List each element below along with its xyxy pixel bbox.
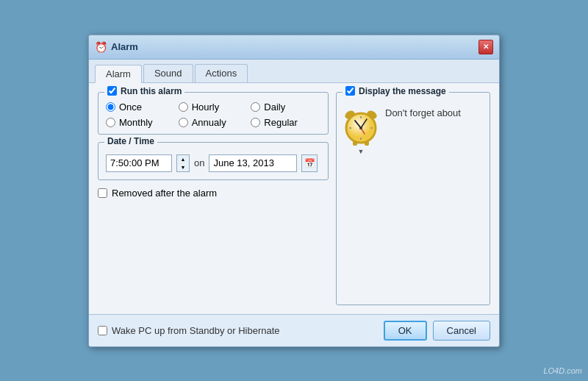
wake-checkbox[interactable] <box>98 326 107 335</box>
alarm-icon: ⏰ <box>95 41 107 53</box>
cancel-button[interactable]: Cancel <box>433 321 490 341</box>
tab-sound[interactable]: Sound <box>143 64 193 82</box>
radio-annualy[interactable]: Annualy <box>179 117 248 128</box>
background: ⏰ Alarm ✕ Alarm Sound Actions Run this a… <box>0 0 588 381</box>
watermark: LO4D.com <box>543 366 582 375</box>
message-text: Don't forget about <box>385 106 461 118</box>
calendar-button[interactable]: 📅 <box>301 154 318 172</box>
bottom-bar: Wake PC up from Standby or Hibernate OK … <box>89 314 499 346</box>
radio-regular[interactable]: Regular <box>251 117 320 128</box>
radio-once[interactable]: Once <box>106 102 176 113</box>
datetime-title: Date / Time <box>104 136 157 146</box>
radio-daily[interactable]: Daily <box>251 102 320 113</box>
run-alarm-checkbox[interactable] <box>107 86 117 96</box>
run-alarm-group: Run this alarm Once Hourly <box>98 92 329 135</box>
removed-checkbox-row: Removed after the alarm <box>98 188 329 199</box>
on-label: on <box>194 157 204 168</box>
action-buttons: OK Cancel <box>384 321 490 341</box>
message-content: ▼ Don't forget about <box>343 99 484 155</box>
alarm-clock-icon: ▼ <box>343 106 379 155</box>
ok-button[interactable]: OK <box>384 321 427 341</box>
tab-alarm[interactable]: Alarm <box>95 65 142 83</box>
spin-up[interactable]: ▲ <box>177 155 189 163</box>
time-spinner[interactable]: ▲ ▼ <box>176 154 190 172</box>
dropdown-arrow: ▼ <box>343 148 379 155</box>
frequency-options: Once Hourly Daily Monthly <box>106 99 320 128</box>
right-panel: Display the message <box>336 92 490 305</box>
radio-monthly[interactable]: Monthly <box>106 117 176 128</box>
tabs-bar: Alarm Sound Actions <box>89 60 499 83</box>
datetime-row: 7:50:00 PM ▲ ▼ on June 13, 2013 📅 <box>106 149 320 172</box>
tab-actions[interactable]: Actions <box>195 64 248 82</box>
wake-label: Wake PC up from Standby or Hibernate <box>112 325 280 336</box>
run-alarm-title: Run this alarm <box>104 86 184 96</box>
wake-checkbox-row: Wake PC up from Standby or Hibernate <box>98 325 280 336</box>
date-input[interactable]: June 13, 2013 <box>209 154 297 172</box>
svg-point-11 <box>359 127 362 129</box>
radio-hourly[interactable]: Hourly <box>179 102 248 113</box>
title-bar: ⏰ Alarm ✕ <box>89 35 499 60</box>
removed-label: Removed after the alarm <box>112 188 217 199</box>
datetime-group: Date / Time 7:50:00 PM ▲ ▼ on June 13, 2… <box>98 142 329 180</box>
left-panel: Run this alarm Once Hourly <box>98 92 329 305</box>
display-message-title: Display the message <box>343 86 449 96</box>
display-message-checkbox[interactable] <box>345 86 355 96</box>
window-title: Alarm <box>111 41 138 52</box>
svg-rect-13 <box>365 141 369 146</box>
main-content: Run this alarm Once Hourly <box>89 83 499 314</box>
svg-rect-12 <box>353 141 357 146</box>
alarm-window: ⏰ Alarm ✕ Alarm Sound Actions Run this a… <box>88 35 500 347</box>
close-button[interactable]: ✕ <box>478 40 493 54</box>
time-input[interactable]: 7:50:00 PM <box>106 154 172 172</box>
alarm-clock-svg <box>343 106 379 149</box>
display-message-group: Display the message <box>336 92 490 305</box>
spin-down[interactable]: ▼ <box>177 163 189 171</box>
removed-checkbox[interactable] <box>98 188 107 198</box>
title-bar-left: ⏰ Alarm <box>95 41 138 53</box>
